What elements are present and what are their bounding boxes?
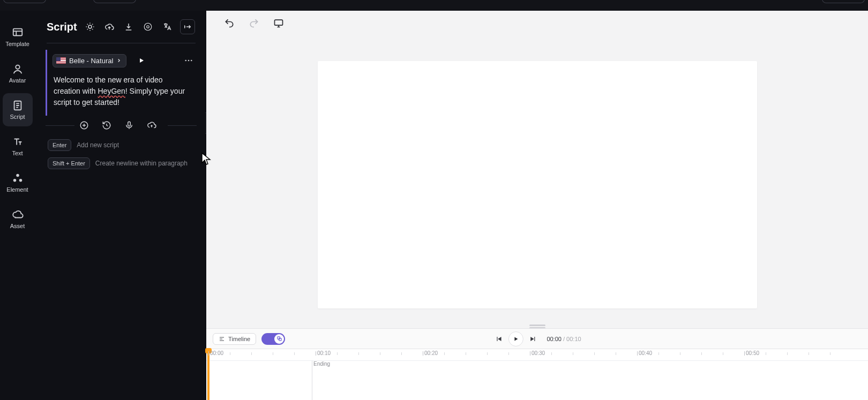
- tick-minor: [508, 352, 509, 355]
- script-text[interactable]: Welcome to the new era of video creation…: [47, 71, 198, 116]
- clip-label: Ending: [313, 361, 330, 367]
- tick-minor: [680, 352, 680, 355]
- tick-minor: [294, 352, 295, 355]
- voice-name: Belle - Natural: [69, 57, 113, 65]
- svg-point-10: [191, 60, 192, 62]
- flag-us-icon: [56, 57, 66, 64]
- rail-template[interactable]: Template: [3, 20, 33, 54]
- svg-point-3: [16, 174, 19, 177]
- asset-icon: [12, 209, 24, 221]
- rail-text[interactable]: Text: [3, 130, 33, 163]
- play-button[interactable]: [508, 331, 523, 346]
- timeline-mode-toggle[interactable]: [261, 333, 285, 345]
- script-card: Belle - Natural Welcome to the new era o…: [46, 50, 198, 116]
- tick-major: [316, 351, 316, 356]
- window-topbar-fragment: [0, 0, 868, 11]
- tick-minor: [723, 352, 723, 355]
- script-panel: Script Be: [35, 11, 206, 400]
- tick-major: [530, 351, 530, 356]
- tick-minor: [573, 352, 573, 355]
- ai-icon[interactable]: [141, 20, 154, 33]
- tick-label: 00:50: [746, 350, 759, 356]
- topbar-crop-right: [822, 0, 865, 3]
- cloud-sync-icon[interactable]: [146, 120, 157, 131]
- skip-start-button[interactable]: [493, 334, 504, 344]
- rail-element[interactable]: Element: [3, 166, 33, 199]
- topbar-crop-left-1: [3, 0, 46, 3]
- timeline-resize-handle[interactable]: [206, 322, 868, 328]
- voice-selector[interactable]: Belle - Natural: [53, 54, 126, 67]
- time-sep: /: [562, 336, 566, 342]
- tick-label: 00:30: [532, 350, 545, 356]
- rail-element-label: Element: [6, 186, 28, 193]
- canvas-sheet[interactable]: [318, 61, 757, 308]
- svg-point-6: [88, 25, 92, 28]
- tick-minor: [787, 352, 788, 355]
- canvas-area: Timeline 00:00 / 00:10: [206, 11, 868, 400]
- more-button[interactable]: [182, 54, 196, 67]
- tick-minor: [380, 352, 380, 355]
- script-text-brand: HeyGen: [98, 87, 125, 95]
- canvas-toolbar: [206, 11, 868, 35]
- rail-avatar[interactable]: Avatar: [3, 57, 33, 90]
- svg-rect-0: [13, 29, 22, 36]
- history-icon[interactable]: [101, 120, 112, 131]
- tick-minor: [487, 352, 488, 355]
- timeline-ruler[interactable]: 00:0000:1000:2000:3000:4000:50: [206, 349, 868, 361]
- tick-label: 00:00: [210, 350, 223, 356]
- kbd-shift-enter: Shift + Enter: [48, 157, 90, 169]
- svg-rect-12: [128, 122, 131, 126]
- svg-rect-13: [275, 20, 283, 25]
- download-icon[interactable]: [122, 20, 135, 33]
- timeline-body[interactable]: Ending: [206, 361, 868, 400]
- avatar-icon: [12, 63, 24, 75]
- undo-button[interactable]: [222, 16, 236, 30]
- timeline-chip[interactable]: Timeline: [213, 333, 256, 345]
- template-icon: [12, 27, 24, 39]
- chevron-right-icon: [116, 58, 122, 63]
- tick-minor: [337, 352, 338, 355]
- tick-minor: [766, 352, 766, 355]
- element-icon: [12, 172, 24, 184]
- translate-icon[interactable]: [161, 20, 174, 33]
- timeline-track[interactable]: 00:0000:1000:2000:3000:4000:50 Ending: [206, 349, 868, 400]
- hint-enter-text: Add new script: [77, 141, 119, 149]
- time-readout: 00:00 / 00:10: [547, 336, 581, 342]
- tick-minor: [230, 352, 230, 355]
- expand-icon[interactable]: [180, 19, 195, 34]
- add-icon[interactable]: [79, 120, 89, 131]
- topbar-crop-left-2: [93, 0, 136, 3]
- skip-end-button[interactable]: [527, 334, 538, 344]
- text-icon: [12, 136, 24, 148]
- time-total: 00:10: [566, 336, 581, 342]
- tick-label: 00:40: [639, 350, 652, 356]
- canvas-stage[interactable]: [206, 35, 868, 322]
- redo-button[interactable]: [247, 16, 261, 30]
- tick-minor: [701, 352, 702, 355]
- device-preview-button[interactable]: [272, 16, 286, 30]
- tick-minor: [444, 352, 445, 355]
- time-current: 00:00: [547, 336, 562, 342]
- script-icon: [12, 100, 24, 111]
- svg-point-5: [19, 179, 22, 182]
- tick-minor: [809, 352, 809, 355]
- rail-script[interactable]: Script: [3, 93, 33, 126]
- preview-play-button[interactable]: [134, 53, 149, 68]
- svg-point-9: [188, 60, 190, 62]
- tick-minor: [830, 352, 830, 355]
- kbd-enter: Enter: [48, 139, 71, 151]
- tick-minor: [273, 352, 273, 355]
- brightness-icon[interactable]: [84, 20, 96, 33]
- cloud-upload-icon[interactable]: [103, 20, 116, 33]
- svg-point-1: [16, 65, 19, 69]
- hint-shift-text: Create newline within paragraph: [95, 160, 188, 167]
- rail-asset[interactable]: Asset: [3, 202, 33, 236]
- microphone-icon[interactable]: [124, 120, 134, 131]
- rail-template-label: Template: [5, 41, 29, 47]
- hint-enter: Enter Add new script: [35, 135, 206, 153]
- tick-minor: [401, 352, 402, 355]
- tick-major: [637, 351, 638, 356]
- tick-major: [744, 351, 745, 356]
- tick-minor: [466, 352, 466, 355]
- tick-minor: [358, 352, 359, 355]
